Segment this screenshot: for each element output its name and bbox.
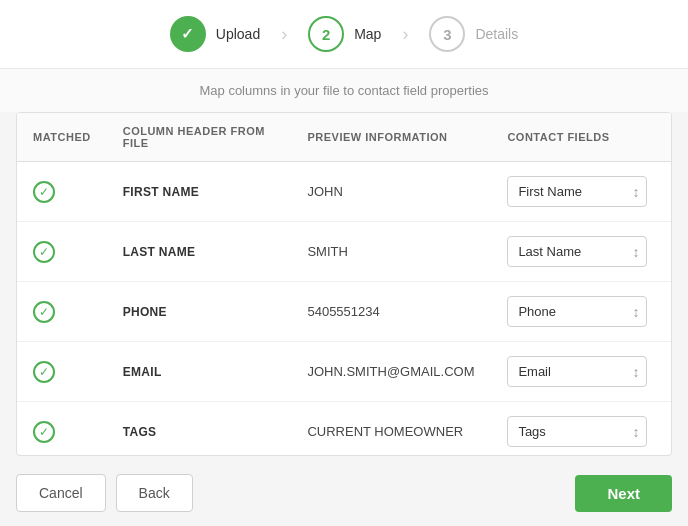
check-icon: ✓ — [33, 301, 55, 323]
preview-cell: JOHN — [291, 162, 491, 222]
subtitle: Map columns in your file to contact fiel… — [0, 69, 688, 112]
contact-field-select[interactable]: First NameLast NamePhoneEmailTagsTypeAdd… — [507, 416, 647, 447]
contact-field-select[interactable]: First NameLast NamePhoneEmailTagsTypeAdd… — [507, 356, 647, 387]
contact-field-cell[interactable]: First NameLast NamePhoneEmailTagsTypeAdd… — [491, 342, 671, 402]
step-2-circle: 2 — [308, 16, 344, 52]
step-3-label: Details — [475, 26, 518, 42]
mapping-table-wrapper: MATCHED COLUMN HEADER FROM FILE PREVIEW … — [16, 112, 672, 456]
preview-cell: JOHN.SMITH@GMAIL.COM — [291, 342, 491, 402]
table-row: ✓EMAILJOHN.SMITH@GMAIL.COMFirst NameLast… — [17, 342, 671, 402]
mapping-table-container[interactable]: MATCHED COLUMN HEADER FROM FILE PREVIEW … — [17, 113, 671, 453]
table-row: ✓TAGSCURRENT HOMEOWNERFirst NameLast Nam… — [17, 402, 671, 454]
step-3-circle: 3 — [429, 16, 465, 52]
matched-cell: ✓ — [17, 282, 107, 342]
preview-cell: CURRENT HOMEOWNER — [291, 402, 491, 454]
step-1-label: Upload — [216, 26, 260, 42]
step-map: 2 Map — [308, 16, 381, 52]
mapping-table: MATCHED COLUMN HEADER FROM FILE PREVIEW … — [17, 113, 671, 453]
matched-cell: ✓ — [17, 402, 107, 454]
step-arrow-2: › — [385, 24, 425, 44]
check-icon: ✓ — [33, 361, 55, 383]
col-preview-info: PREVIEW INFORMATION — [291, 113, 491, 162]
table-header-row: MATCHED COLUMN HEADER FROM FILE PREVIEW … — [17, 113, 671, 162]
column-header-cell: TAGS — [107, 402, 292, 454]
contact-field-cell[interactable]: First NameLast NamePhoneEmailTagsTypeAdd… — [491, 222, 671, 282]
table-row: ✓FIRST NAMEJOHNFirst NameLast NamePhoneE… — [17, 162, 671, 222]
check-icon: ✓ — [33, 421, 55, 443]
next-button[interactable]: Next — [575, 475, 672, 512]
matched-cell: ✓ — [17, 162, 107, 222]
contact-field-cell[interactable]: First NameLast NamePhoneEmailTagsTypeAdd… — [491, 402, 671, 454]
cancel-button[interactable]: Cancel — [16, 474, 106, 512]
step-details: 3 Details — [429, 16, 518, 52]
column-header-cell: FIRST NAME — [107, 162, 292, 222]
check-icon: ✓ — [33, 241, 55, 263]
col-contact-fields: CONTACT FIELDS — [491, 113, 671, 162]
column-header-cell: EMAIL — [107, 342, 292, 402]
preview-cell: 5405551234 — [291, 282, 491, 342]
column-header-cell: PHONE — [107, 282, 292, 342]
step-2-label: Map — [354, 26, 381, 42]
back-button[interactable]: Back — [116, 474, 193, 512]
table-body: ✓FIRST NAMEJOHNFirst NameLast NamePhoneE… — [17, 162, 671, 454]
contact-field-select[interactable]: First NameLast NamePhoneEmailTagsTypeAdd… — [507, 236, 647, 267]
contact-field-cell[interactable]: First NameLast NamePhoneEmailTagsTypeAdd… — [491, 282, 671, 342]
step-upload: ✓ Upload — [170, 16, 260, 52]
footer: Cancel Back Next — [0, 460, 688, 526]
column-header-cell: LAST NAME — [107, 222, 292, 282]
col-header-from-file: COLUMN HEADER FROM FILE — [107, 113, 292, 162]
col-matched: MATCHED — [17, 113, 107, 162]
preview-cell: SMITH — [291, 222, 491, 282]
contact-field-cell[interactable]: First NameLast NamePhoneEmailTagsTypeAdd… — [491, 162, 671, 222]
table-row: ✓PHONE5405551234First NameLast NamePhone… — [17, 282, 671, 342]
contact-field-select[interactable]: First NameLast NamePhoneEmailTagsTypeAdd… — [507, 176, 647, 207]
matched-cell: ✓ — [17, 342, 107, 402]
footer-left-buttons: Cancel Back — [16, 474, 193, 512]
contact-field-select[interactable]: First NameLast NamePhoneEmailTagsTypeAdd… — [507, 296, 647, 327]
step-1-circle: ✓ — [170, 16, 206, 52]
matched-cell: ✓ — [17, 222, 107, 282]
step-arrow-1: › — [264, 24, 304, 44]
table-row: ✓LAST NAMESMITHFirst NameLast NamePhoneE… — [17, 222, 671, 282]
check-icon: ✓ — [33, 181, 55, 203]
stepper: ✓ Upload › 2 Map › 3 Details — [0, 0, 688, 69]
